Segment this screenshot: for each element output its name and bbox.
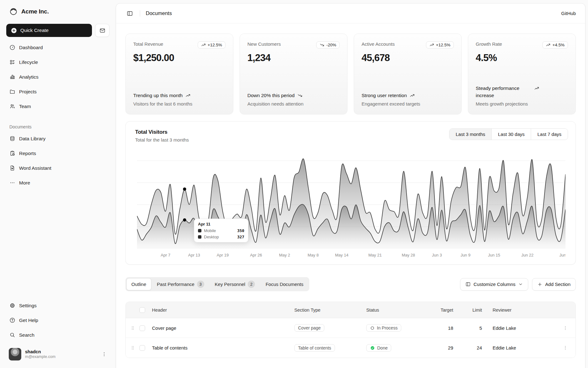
sidebar-item-team[interactable]: Team xyxy=(6,100,109,112)
status-badge: Done xyxy=(366,344,391,352)
workspace-name: Acme Inc. xyxy=(21,8,49,15)
sidebar-item-more[interactable]: More xyxy=(6,177,109,189)
user-name: shadcn xyxy=(25,349,55,355)
mobile-swatch xyxy=(198,229,201,232)
tab-outline[interactable]: Outline xyxy=(126,278,151,290)
svg-text:May 21: May 21 xyxy=(368,253,382,257)
stat-value: 45,678 xyxy=(362,52,454,64)
table-header-row: Header Section Type Status Target Limit … xyxy=(126,302,575,318)
customize-columns-button[interactable]: Customize Columns xyxy=(460,278,528,291)
stat-label: New Customers xyxy=(247,41,281,47)
panel-left-icon xyxy=(127,10,133,17)
tab-key-personnel[interactable]: Key Personnel 2 xyxy=(210,278,260,290)
tab-focus-documents[interactable]: Focus Documents xyxy=(261,278,308,290)
sidebar-item-dashboard[interactable]: Dashboard xyxy=(6,41,109,54)
folder-icon xyxy=(9,89,15,95)
stat-label: Active Accounts xyxy=(362,41,395,47)
section-type-badge: Cover page xyxy=(294,324,324,332)
row-menu-button[interactable] xyxy=(555,325,575,331)
trend-badge: +12.5% xyxy=(198,41,226,49)
add-section-button[interactable]: Add Section xyxy=(532,278,576,291)
search-icon xyxy=(9,332,15,338)
stat-value: 4.5% xyxy=(476,52,568,64)
trend-badge: -20% xyxy=(316,41,340,49)
avatar xyxy=(9,348,21,360)
trending-up-icon xyxy=(185,93,190,98)
range-last-7-days[interactable]: Last 7 days xyxy=(531,129,568,140)
workspace-switcher[interactable]: Acme Inc. xyxy=(6,6,109,18)
user-email: m@example.com xyxy=(25,355,55,360)
sections-table: Header Section Type Status Target Limit … xyxy=(125,302,576,358)
list-details-icon xyxy=(9,59,15,65)
tab-past-performance[interactable]: Past Performance 3 xyxy=(152,278,209,290)
section-tabs: Outline Past Performance 3 Key Personnel… xyxy=(125,277,309,291)
trend-badge: +4.5% xyxy=(542,41,568,49)
table-row[interactable]: Cover page Cover page In Process 18 5 Ed… xyxy=(126,318,575,338)
chart-tooltip: Apr 11 Mobile 350 Desktop 327 xyxy=(194,219,248,242)
limit-cell[interactable]: 24 xyxy=(464,345,493,350)
sidebar-item-projects[interactable]: Projects xyxy=(6,86,109,98)
target-cell[interactable]: 18 xyxy=(433,325,464,331)
header-divider xyxy=(140,10,140,17)
sections-toolbar: Outline Past Performance 3 Key Personnel… xyxy=(125,277,576,291)
stat-cards: Total Revenue +12.5% $1,250.00 Trending … xyxy=(125,34,576,114)
sidebar-item-get-help[interactable]: Get Help xyxy=(6,314,109,326)
documents-section-label: Documents xyxy=(6,124,109,129)
sidebar-item-word-assistant[interactable]: Word Assistant xyxy=(6,162,109,174)
help-circle-icon xyxy=(9,317,15,323)
sidebar-item-lifecycle[interactable]: Lifecycle xyxy=(6,56,109,68)
svg-text:Apr 26: Apr 26 xyxy=(250,253,262,257)
svg-text:Apr 7: Apr 7 xyxy=(161,253,170,257)
loader-icon xyxy=(370,326,375,330)
table-row[interactable]: Table of contents Table of contents Done… xyxy=(126,338,575,358)
desktop-swatch xyxy=(198,235,201,239)
trending-up-icon xyxy=(410,93,415,98)
drag-handle[interactable] xyxy=(126,345,139,350)
github-link[interactable]: GitHub xyxy=(561,11,576,16)
trending-up-icon xyxy=(546,43,550,47)
trending-up-icon xyxy=(201,43,206,47)
range-last-30-days[interactable]: Last 30 days xyxy=(491,129,531,140)
gear-icon xyxy=(9,303,15,308)
tooltip-row-mobile: Mobile 350 xyxy=(198,228,244,233)
quick-create-button[interactable]: Quick Create xyxy=(6,24,92,37)
svg-text:Apr 19: Apr 19 xyxy=(217,253,229,257)
sidebar-item-search[interactable]: Search xyxy=(6,329,109,341)
circle-check-icon xyxy=(370,345,375,350)
drag-handle[interactable] xyxy=(126,325,139,331)
row-menu-button[interactable] xyxy=(555,345,575,350)
user-menu[interactable]: shadcn m@example.com xyxy=(6,346,109,362)
trending-down-icon xyxy=(297,93,302,98)
section-type-badge: Table of contents xyxy=(294,344,335,352)
row-header-cell: Cover page xyxy=(152,325,294,331)
limit-cell[interactable]: 5 xyxy=(464,325,493,331)
select-all-checkbox[interactable] xyxy=(139,307,145,313)
sidebar-item-settings[interactable]: Settings xyxy=(6,299,109,312)
sidebar: Acme Inc. Quick Create Dashboard xyxy=(0,0,116,368)
row-checkbox[interactable] xyxy=(139,345,145,351)
kebab-icon xyxy=(101,351,107,357)
report-icon xyxy=(9,150,15,156)
row-checkbox[interactable] xyxy=(139,325,145,331)
reviewer-cell[interactable]: Eddie Lake xyxy=(493,345,555,350)
svg-text:Apr 13: Apr 13 xyxy=(188,253,200,257)
main-nav: Dashboard Lifecycle Analytics Projects xyxy=(6,41,109,112)
sidebar-item-data-library[interactable]: Data Library xyxy=(6,132,109,145)
stat-value: $1,250.00 xyxy=(133,52,226,64)
reviewer-cell[interactable]: Eddie Lake xyxy=(493,325,555,331)
sidebar-item-analytics[interactable]: Analytics xyxy=(6,71,109,83)
acme-logo-icon xyxy=(9,8,18,16)
columns-icon xyxy=(465,282,471,287)
sidebar-toggle-button[interactable] xyxy=(125,9,134,18)
page-header: Documents GitHub xyxy=(116,3,585,23)
tooltip-date: Apr 11 xyxy=(198,222,244,226)
area-chart[interactable]: Apr 7Apr 13Apr 19Apr 26May 2May 8May 14M… xyxy=(137,151,564,259)
range-last-3-months[interactable]: Last 3 months xyxy=(449,129,491,140)
inbox-button[interactable] xyxy=(95,24,109,37)
tab-count-badge: 2 xyxy=(248,281,255,288)
sidebar-item-reports[interactable]: Reports xyxy=(6,147,109,159)
dashboard-icon xyxy=(9,44,15,50)
target-cell[interactable]: 29 xyxy=(433,345,464,350)
svg-text:May 14: May 14 xyxy=(335,253,348,257)
secondary-nav: Settings Get Help Search xyxy=(6,299,109,341)
